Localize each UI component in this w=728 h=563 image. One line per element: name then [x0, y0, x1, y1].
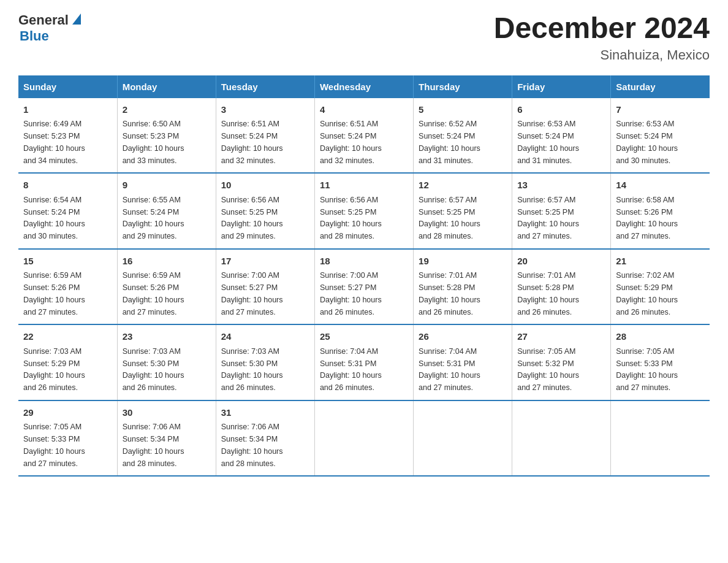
col-tuesday: Tuesday — [216, 75, 314, 98]
table-row: 18Sunrise: 7:00 AMSunset: 5:27 PMDayligh… — [314, 249, 413, 325]
day-number: 31 — [221, 406, 309, 420]
table-row: 10Sunrise: 6:56 AMSunset: 5:25 PMDayligh… — [216, 173, 314, 249]
day-number: 10 — [221, 178, 309, 193]
table-row — [414, 400, 512, 477]
day-info: Sunrise: 7:06 AMSunset: 5:34 PMDaylight:… — [221, 423, 283, 467]
table-row: 27Sunrise: 7:05 AMSunset: 5:32 PMDayligh… — [512, 324, 611, 400]
day-info: Sunrise: 7:05 AMSunset: 5:33 PMDaylight:… — [23, 423, 85, 467]
col-wednesday: Wednesday — [314, 75, 413, 98]
day-info: Sunrise: 6:57 AMSunset: 5:25 PMDaylight:… — [419, 196, 480, 240]
day-info: Sunrise: 7:01 AMSunset: 5:28 PMDaylight:… — [419, 271, 480, 316]
day-number: 21 — [616, 255, 705, 269]
table-row: 7Sunrise: 6:53 AMSunset: 5:24 PMDaylight… — [611, 98, 710, 174]
day-info: Sunrise: 6:53 AMSunset: 5:24 PMDaylight:… — [517, 120, 579, 164]
calendar-header-row: Sunday Monday Tuesday Wednesday Thursday… — [18, 75, 710, 98]
table-row — [512, 400, 611, 477]
table-row: 14Sunrise: 6:58 AMSunset: 5:26 PMDayligh… — [611, 173, 710, 249]
table-row: 31Sunrise: 7:06 AMSunset: 5:34 PMDayligh… — [216, 400, 314, 477]
day-info: Sunrise: 6:56 AMSunset: 5:25 PMDaylight:… — [320, 196, 382, 240]
day-info: Sunrise: 7:04 AMSunset: 5:31 PMDaylight:… — [419, 347, 480, 392]
table-row: 5Sunrise: 6:52 AMSunset: 5:24 PMDaylight… — [414, 98, 512, 174]
day-number: 29 — [23, 406, 112, 420]
day-number: 25 — [320, 330, 408, 344]
col-thursday: Thursday — [414, 75, 512, 98]
day-number: 14 — [616, 178, 705, 193]
title-block: December 2024 Sinahuiza, Mexico — [494, 12, 710, 63]
month-title: December 2024 — [494, 12, 710, 45]
day-number: 4 — [320, 103, 408, 117]
day-info: Sunrise: 7:01 AMSunset: 5:28 PMDaylight:… — [517, 271, 579, 316]
table-row: 22Sunrise: 7:03 AMSunset: 5:29 PMDayligh… — [18, 324, 117, 400]
table-row: 16Sunrise: 6:59 AMSunset: 5:26 PMDayligh… — [117, 249, 216, 325]
day-info: Sunrise: 6:55 AMSunset: 5:24 PMDaylight:… — [123, 196, 184, 240]
table-row: 19Sunrise: 7:01 AMSunset: 5:28 PMDayligh… — [414, 249, 512, 325]
calendar-week-row: 8Sunrise: 6:54 AMSunset: 5:24 PMDaylight… — [18, 173, 710, 249]
day-number: 27 — [517, 330, 605, 344]
table-row: 4Sunrise: 6:51 AMSunset: 5:24 PMDaylight… — [314, 98, 413, 174]
day-number: 28 — [616, 330, 705, 344]
table-row: 30Sunrise: 7:06 AMSunset: 5:34 PMDayligh… — [117, 400, 216, 477]
day-info: Sunrise: 7:00 AMSunset: 5:27 PMDaylight:… — [320, 271, 382, 316]
table-row: 21Sunrise: 7:02 AMSunset: 5:29 PMDayligh… — [611, 249, 710, 325]
day-number: 20 — [517, 255, 605, 269]
table-row: 25Sunrise: 7:04 AMSunset: 5:31 PMDayligh… — [314, 324, 413, 400]
day-number: 23 — [123, 330, 211, 344]
day-number: 12 — [419, 178, 507, 193]
day-number: 26 — [419, 330, 507, 344]
day-number: 30 — [123, 406, 211, 420]
day-number: 5 — [419, 103, 507, 117]
day-info: Sunrise: 6:59 AMSunset: 5:26 PMDaylight:… — [123, 271, 184, 316]
day-number: 15 — [23, 255, 112, 269]
table-row: 23Sunrise: 7:03 AMSunset: 5:30 PMDayligh… — [117, 324, 216, 400]
table-row: 11Sunrise: 6:56 AMSunset: 5:25 PMDayligh… — [314, 173, 413, 249]
day-number: 24 — [221, 330, 309, 344]
col-sunday: Sunday — [18, 75, 117, 98]
day-number: 6 — [517, 103, 605, 117]
day-info: Sunrise: 7:03 AMSunset: 5:30 PMDaylight:… — [123, 347, 184, 392]
table-row: 2Sunrise: 6:50 AMSunset: 5:23 PMDaylight… — [117, 98, 216, 174]
table-row: 17Sunrise: 7:00 AMSunset: 5:27 PMDayligh… — [216, 249, 314, 325]
day-info: Sunrise: 7:06 AMSunset: 5:34 PMDaylight:… — [123, 423, 184, 467]
calendar-week-row: 22Sunrise: 7:03 AMSunset: 5:29 PMDayligh… — [18, 324, 710, 400]
day-number: 11 — [320, 178, 408, 193]
day-info: Sunrise: 7:05 AMSunset: 5:33 PMDaylight:… — [616, 347, 678, 392]
day-number: 3 — [221, 103, 309, 117]
table-row: 13Sunrise: 6:57 AMSunset: 5:25 PMDayligh… — [512, 173, 611, 249]
location-title: Sinahuiza, Mexico — [494, 47, 710, 63]
day-number: 7 — [616, 103, 705, 117]
logo: General Blue — [18, 12, 129, 44]
day-info: Sunrise: 6:51 AMSunset: 5:24 PMDaylight:… — [320, 120, 382, 164]
calendar-week-row: 1Sunrise: 6:49 AMSunset: 5:23 PMDaylight… — [18, 98, 710, 174]
day-number: 8 — [23, 178, 112, 193]
day-info: Sunrise: 7:04 AMSunset: 5:31 PMDaylight:… — [320, 347, 382, 392]
logo-triangle-icon — [72, 13, 81, 25]
day-number: 17 — [221, 255, 309, 269]
col-saturday: Saturday — [611, 75, 710, 98]
table-row — [314, 400, 413, 477]
day-info: Sunrise: 6:52 AMSunset: 5:24 PMDaylight:… — [419, 120, 480, 164]
table-row: 29Sunrise: 7:05 AMSunset: 5:33 PMDayligh… — [18, 400, 117, 477]
table-row: 26Sunrise: 7:04 AMSunset: 5:31 PMDayligh… — [414, 324, 512, 400]
col-monday: Monday — [117, 75, 216, 98]
day-info: Sunrise: 6:59 AMSunset: 5:26 PMDaylight:… — [23, 271, 85, 316]
day-number: 13 — [517, 178, 605, 193]
logo-general: General — [18, 12, 69, 28]
day-info: Sunrise: 7:00 AMSunset: 5:27 PMDaylight:… — [221, 271, 283, 316]
table-row: 9Sunrise: 6:55 AMSunset: 5:24 PMDaylight… — [117, 173, 216, 249]
day-info: Sunrise: 7:02 AMSunset: 5:29 PMDaylight:… — [616, 271, 678, 316]
day-number: 2 — [123, 103, 211, 117]
day-info: Sunrise: 6:58 AMSunset: 5:26 PMDaylight:… — [616, 196, 678, 240]
day-info: Sunrise: 6:57 AMSunset: 5:25 PMDaylight:… — [517, 196, 579, 240]
day-info: Sunrise: 6:51 AMSunset: 5:24 PMDaylight:… — [221, 120, 283, 164]
table-row: 28Sunrise: 7:05 AMSunset: 5:33 PMDayligh… — [611, 324, 710, 400]
table-row: 1Sunrise: 6:49 AMSunset: 5:23 PMDaylight… — [18, 98, 117, 174]
day-info: Sunrise: 6:50 AMSunset: 5:23 PMDaylight:… — [123, 120, 184, 164]
day-info: Sunrise: 7:03 AMSunset: 5:29 PMDaylight:… — [23, 347, 85, 392]
logo-blue: Blue — [18, 28, 129, 44]
day-number: 18 — [320, 255, 408, 269]
calendar-week-row: 15Sunrise: 6:59 AMSunset: 5:26 PMDayligh… — [18, 249, 710, 325]
table-row: 6Sunrise: 6:53 AMSunset: 5:24 PMDaylight… — [512, 98, 611, 174]
table-row: 3Sunrise: 6:51 AMSunset: 5:24 PMDaylight… — [216, 98, 314, 174]
day-info: Sunrise: 6:49 AMSunset: 5:23 PMDaylight:… — [23, 120, 85, 164]
day-number: 16 — [123, 255, 211, 269]
